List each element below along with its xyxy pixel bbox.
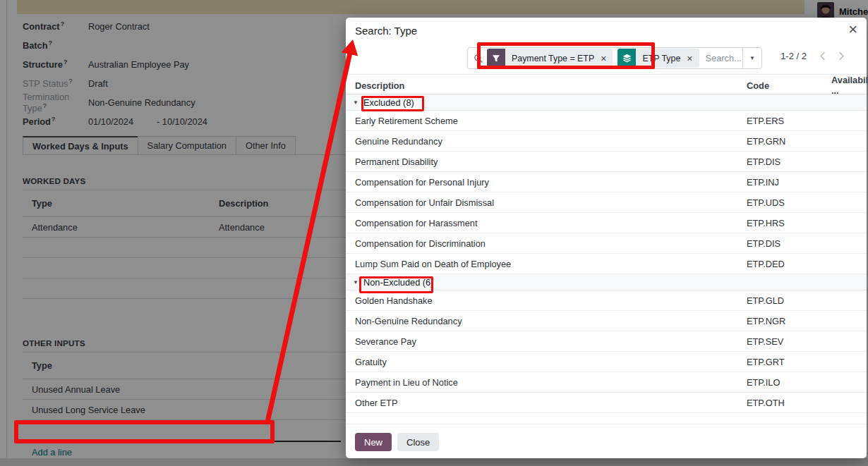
list-row[interactable]: Genuine Redundancy ETP.GRN [346, 131, 867, 152]
new-button[interactable]: New [355, 433, 392, 451]
list-row[interactable]: Payment in Lieu of Notice ETP.ILO [346, 372, 867, 393]
list-row[interactable]: Compensation for Personal Injury ETP.INJ [346, 172, 867, 192]
search-facet: ETP Type × [617, 49, 699, 68]
list-row[interactable]: Permanent Disability ETP.DIS [346, 152, 867, 172]
cell-code: ETP.ERS [747, 116, 831, 126]
close-button[interactable]: Close [397, 433, 439, 451]
cell-code: ETP.GRT [747, 357, 831, 367]
cell-code: ETP.UDS [747, 197, 831, 208]
group-caret-icon: ▼ [353, 279, 358, 286]
cell-code: ETP.NGR [747, 316, 831, 326]
cell-code: ETP.INJ [747, 177, 831, 188]
chevron-left-icon [819, 51, 826, 61]
search-facets: Payment Type = ETP × ETP Type × [487, 49, 699, 68]
group-label: Non-Excluded (6) [363, 277, 434, 288]
list-row[interactable]: Severance Pay ETP.SEV [346, 331, 867, 352]
dialog-list-body: ▼ Excluded (8) Early Retirement Scheme E… [346, 94, 867, 424]
search-input[interactable]: Payment Type = ETP × ETP Type × Search..… [467, 47, 762, 69]
list-row[interactable]: Non-Genuine Redundancy ETP.NGR [346, 311, 867, 331]
search-facet: Payment Type = ETP × [487, 49, 613, 68]
facet-label: ETP Type [642, 54, 680, 63]
cell-code: ETP.SEV [747, 336, 831, 347]
search-options-toggle[interactable]: ▼ [743, 48, 761, 68]
cell-description: Payment in Lieu of Notice [346, 377, 747, 388]
facet-label: Payment Type = ETP [512, 54, 594, 63]
cell-description: Genuine Redundancy [346, 136, 747, 147]
cell-description: Compensation for Harassment [346, 218, 747, 228]
empty-row [346, 413, 867, 424]
column-header-description[interactable]: Description [346, 80, 747, 91]
cell-description: Compensation for Discrimination [346, 238, 747, 249]
pager-previous-button[interactable] [815, 49, 830, 63]
list-row[interactable]: Early Retirement Scheme ETP.ERS [346, 111, 867, 131]
cell-code: ETP.OTH [747, 398, 831, 408]
group-label: Excluded (8) [363, 97, 414, 108]
cell-code: ETP.GRN [747, 136, 831, 147]
column-header-availability[interactable]: Availability ... [831, 75, 868, 96]
list-row[interactable]: Golden Handshake ETP.GLD [346, 290, 867, 311]
search-placeholder: Search... [706, 53, 742, 63]
search-icon [474, 54, 483, 63]
list-row[interactable]: Compensation for Unfair Dismissal ETP.UD… [346, 192, 867, 213]
list-row[interactable]: Gratuity ETP.GRT [346, 352, 867, 372]
facet-remove-icon[interactable]: × [687, 54, 692, 63]
cell-description: Early Retirement Scheme [346, 116, 747, 126]
chevron-down-icon: ▼ [749, 55, 755, 61]
search-type-dialog: Search: Type × Payment Type = ETP × ETP … [346, 18, 867, 458]
cell-description: Lump Sum Paid on Death of Employee [346, 259, 747, 269]
group-caret-icon: ▼ [353, 99, 358, 106]
dialog-footer: New Close [346, 426, 867, 458]
dialog-controls: Payment Type = ETP × ETP Type × Search..… [346, 44, 867, 75]
cell-description: Golden Handshake [346, 295, 747, 306]
cell-code: ETP.HRS [747, 218, 831, 228]
group-header-row[interactable]: ▼ Non-Excluded (6) [346, 274, 867, 290]
group-by-icon [617, 49, 636, 68]
chevron-right-icon [838, 51, 845, 61]
list-row[interactable]: Compensation for Discrimination ETP.DIS [346, 233, 867, 254]
cell-description: Gratuity [346, 357, 747, 367]
group-header-row[interactable]: ▼ Excluded (8) [346, 94, 867, 111]
cell-description: Compensation for Unfair Dismissal [346, 197, 747, 208]
pager-next-button[interactable] [834, 49, 849, 63]
cell-code: ETP.GLD [747, 295, 831, 306]
cell-code: ETP.DIS [747, 238, 831, 249]
facet-remove-icon[interactable]: × [601, 54, 606, 63]
column-header-code[interactable]: Code [747, 80, 831, 91]
filter-icon [487, 49, 505, 68]
cell-description: Severance Pay [346, 336, 747, 347]
close-icon[interactable]: × [848, 20, 857, 40]
cell-description: Compensation for Personal Injury [346, 177, 747, 188]
cell-description: Other ETP [346, 398, 747, 408]
cell-description: Non-Genuine Redundancy [346, 316, 747, 326]
pager: 1-2 / 2 [780, 49, 849, 63]
list-row[interactable]: Lump Sum Paid on Death of Employee ETP.D… [346, 254, 867, 274]
cell-description: Permanent Disability [346, 157, 747, 167]
pager-range: 1-2 / 2 [780, 51, 807, 61]
payslip-screen: Mitchell A Contract? Roger Contract Batc… [0, 0, 868, 466]
list-row[interactable]: Compensation for Harassment ETP.HRS [346, 213, 867, 233]
cell-code: ETP.ILO [747, 377, 831, 388]
cell-code: ETP.DED [747, 259, 831, 269]
list-row[interactable]: Other ETP ETP.OTH [346, 393, 867, 413]
cell-code: ETP.DIS [747, 157, 831, 167]
dialog-title: Search: Type [355, 25, 417, 37]
dialog-list-header: Description Code Availability ... [346, 75, 867, 94]
